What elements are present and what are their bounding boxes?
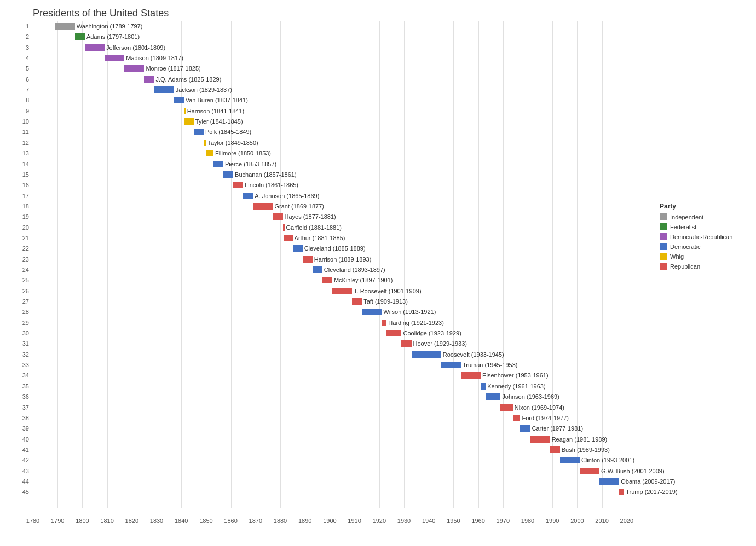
row-number: 9 xyxy=(14,108,29,114)
bar-label: Garfield (1881-1881) xyxy=(286,224,342,231)
chart-area: 1780179018001810182018301840185018601870… xyxy=(33,21,651,524)
legend-label: Democratic-Republican xyxy=(670,234,732,240)
president-bar: Taft (1909-1913) xyxy=(352,298,408,305)
legend-swatch xyxy=(660,223,667,230)
legend-item: Democratic xyxy=(660,243,753,250)
legend-swatch xyxy=(660,213,667,220)
legend-swatch xyxy=(660,233,667,240)
bar-label: Johnson (1963-1969) xyxy=(502,393,559,400)
row-number: 2 xyxy=(14,33,29,40)
legend-label: Independent xyxy=(670,214,703,220)
bar-label: G.W. Bush (2001-2009) xyxy=(601,468,665,474)
row-number: 21 xyxy=(14,235,29,241)
bar-label: Madison (1809-1817) xyxy=(126,55,183,61)
bar-label: Monroe (1817-1825) xyxy=(146,65,200,72)
bar-rect xyxy=(599,478,619,485)
x-axis-label: 1880 xyxy=(274,518,287,524)
bar-label: Fillmore (1850-1853) xyxy=(215,150,271,156)
bar-rect xyxy=(580,468,599,474)
president-bar: Clinton (1993-2001) xyxy=(560,457,634,463)
x-axis-label: 1890 xyxy=(298,518,311,524)
president-bar: Taylor (1849-1850) xyxy=(204,140,258,146)
row-number: 18 xyxy=(14,203,29,210)
row-number: 33 xyxy=(14,362,29,368)
president-bar: Coolidge (1923-1929) xyxy=(386,330,461,336)
grid-line xyxy=(453,21,454,508)
x-axis-label: 2010 xyxy=(595,518,608,524)
bar-label: Bush (1989-1993) xyxy=(562,446,610,453)
row-number: 8 xyxy=(14,97,29,103)
grid-line xyxy=(256,21,256,508)
grid-line xyxy=(552,21,553,508)
x-axis-label: 1980 xyxy=(521,518,534,524)
grid-line xyxy=(429,21,429,508)
president-bar: Hoover (1929-1933) xyxy=(401,340,467,347)
bar-rect xyxy=(550,446,560,453)
x-axis-label: 1910 xyxy=(348,518,361,524)
president-bar: Jefferson (1801-1809) xyxy=(85,44,165,51)
row-number: 32 xyxy=(14,351,29,358)
x-axis-label: 1970 xyxy=(497,518,510,524)
row-number: 37 xyxy=(14,404,29,411)
grid-line xyxy=(157,21,157,508)
bar-rect xyxy=(223,171,233,178)
row-number: 39 xyxy=(14,425,29,432)
president-bar: Jackson (1829-1837) xyxy=(154,86,232,93)
president-bar: Ford (1974-1977) xyxy=(513,415,569,421)
row-number: 4 xyxy=(14,55,29,61)
bar-label: A. Johnson (1865-1869) xyxy=(255,193,319,199)
grid-line xyxy=(305,21,305,508)
bar-rect xyxy=(386,330,401,336)
legend-item: Republican xyxy=(660,263,753,270)
grid-line xyxy=(132,21,132,508)
president-bar: Polk (1845-1849) xyxy=(194,129,251,135)
president-bar: T. Roosevelt (1901-1909) xyxy=(332,288,422,294)
bar-label: Reagan (1981-1989) xyxy=(552,436,608,443)
bar-label: Adams (1797-1801) xyxy=(86,33,140,40)
president-bar: J.Q. Adams (1825-1829) xyxy=(144,76,221,83)
bar-rect xyxy=(124,65,144,72)
president-bar: Fillmore (1850-1853) xyxy=(206,150,271,156)
legend-item: Independent xyxy=(660,213,753,220)
grid-line xyxy=(330,21,330,508)
bar-rect xyxy=(303,256,313,263)
president-bar: Wilson (1913-1921) xyxy=(362,309,436,315)
chart-title: Presidents of the United States xyxy=(33,8,169,19)
bar-label: Jackson (1829-1837) xyxy=(176,86,232,93)
president-bar: G.W. Bush (2001-2009) xyxy=(580,468,665,474)
row-number: 41 xyxy=(14,446,29,453)
row-number: 45 xyxy=(14,489,29,495)
row-number: 6 xyxy=(14,76,29,83)
grid-line xyxy=(33,21,33,508)
bar-rect xyxy=(253,203,273,210)
row-number: 19 xyxy=(14,213,29,220)
bar-rect xyxy=(500,404,513,411)
bar-rect xyxy=(283,224,285,231)
grid-line xyxy=(231,21,232,508)
president-bar: Cleveland (1893-1897) xyxy=(313,266,385,273)
row-number: 35 xyxy=(14,383,29,390)
x-axis-label: 1860 xyxy=(224,518,237,524)
grid-line xyxy=(379,21,380,508)
row-number: 31 xyxy=(14,340,29,347)
bar-label: Cleveland (1893-1897) xyxy=(324,266,385,273)
bar-label: McKinley (1897-1901) xyxy=(334,277,393,283)
bar-rect xyxy=(441,362,461,368)
president-bar: A. Johnson (1865-1869) xyxy=(243,193,319,199)
bar-label: Jefferson (1801-1809) xyxy=(106,44,165,51)
bar-rect xyxy=(313,266,322,273)
bar-label: Kennedy (1961-1963) xyxy=(487,383,545,390)
bar-rect xyxy=(243,193,253,199)
x-axis-label: 1810 xyxy=(100,518,113,524)
row-number: 20 xyxy=(14,224,29,231)
bar-rect xyxy=(174,97,184,103)
bar-label: Pierce (1853-1857) xyxy=(225,161,276,167)
president-bar: Tyler (1841-1845) xyxy=(184,118,243,125)
row-number: 30 xyxy=(14,330,29,336)
grid-line xyxy=(82,21,83,508)
bar-label: Eisenhower (1953-1961) xyxy=(482,372,548,379)
x-axis-label: 1830 xyxy=(150,518,163,524)
bar-rect xyxy=(184,118,194,125)
president-bar: Washington (1789-1797) xyxy=(55,23,143,30)
row-number: 36 xyxy=(14,393,29,400)
